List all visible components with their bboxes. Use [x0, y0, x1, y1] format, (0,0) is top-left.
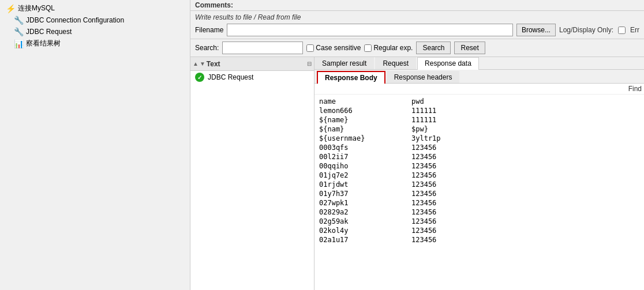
jdbc-request-icon: 🔧	[14, 27, 24, 36]
tree-header-down-arrow[interactable]: ▼	[200, 61, 205, 67]
case-sensitive-label: Case sensitive	[306, 44, 361, 52]
sidebar-item-view-result-tree[interactable]: 📊 察看结果树	[0, 37, 190, 50]
search-input[interactable]	[222, 42, 303, 54]
sidebar-item-label: 连接MySQL	[18, 3, 55, 13]
response-key: 01rjdwt	[319, 180, 377, 189]
response-value: 123456	[411, 180, 436, 189]
response-value: 123456	[411, 153, 436, 161]
table-row: 01y7h37123456	[319, 189, 639, 198]
response-key: 02829a2	[319, 208, 377, 216]
tree-item-jdbc-request[interactable]: ✓ JDBC Request	[190, 71, 314, 84]
tree-header-up-arrow[interactable]: ▲	[193, 61, 199, 67]
search-section: Search: Case sensitive Regular exp. Sear…	[190, 39, 644, 57]
regular-exp-checkbox[interactable]	[364, 44, 372, 52]
tab-request[interactable]: Request	[375, 57, 416, 69]
table-row: 02kol4y123456	[319, 226, 639, 235]
sidebar-item-connect-mysql[interactable]: ⚡ 连接MySQL	[0, 2, 190, 14]
response-value: 111111	[411, 107, 436, 115]
response-key: 0003qfs	[319, 144, 377, 152]
response-key: 00qqiho	[319, 162, 377, 170]
tab-sampler-result[interactable]: Sampler result	[314, 57, 374, 69]
response-key: ${name}	[319, 116, 377, 124]
filename-input[interactable]	[227, 24, 513, 36]
response-key: 02kol4y	[319, 227, 377, 235]
regular-exp-label: Regular exp.	[364, 44, 413, 52]
file-section-title: Write results to file / Read from file	[195, 13, 639, 21]
response-key: name	[319, 97, 377, 106]
tabs-row2: Response Body Response headers	[314, 70, 644, 84]
response-value: 123456	[411, 190, 436, 198]
tab-response-headers[interactable]: Response headers	[387, 71, 460, 83]
reset-button[interactable]: Reset	[454, 42, 485, 54]
sidebar: ⚡ 连接MySQL 🔧 JDBC Connection Configuratio…	[0, 0, 190, 290]
response-value: 123456	[411, 199, 436, 207]
response-key: 027wpk1	[319, 199, 377, 207]
response-key: 02a1u17	[319, 236, 377, 244]
response-value: 123456	[411, 162, 436, 170]
table-row: 02g59ak123456	[319, 217, 639, 226]
main-panel: Comments: Write results to file / Read f…	[190, 0, 644, 290]
comments-bar: Comments:	[190, 0, 644, 11]
table-row: ${name}111111	[319, 115, 639, 125]
response-key: 00l2ii7	[319, 153, 377, 161]
response-value: 123456	[411, 236, 436, 244]
right-panel: Sampler result Request Response data Res…	[314, 57, 644, 290]
response-value: 123456	[411, 144, 436, 152]
tab-response-data[interactable]: Response data	[417, 57, 479, 70]
response-value: 123456	[411, 208, 436, 216]
table-row: 02829a2123456	[319, 208, 639, 217]
response-key: ${usernmae}	[319, 134, 377, 142]
file-section: Write results to file / Read from file F…	[190, 11, 644, 39]
find-bar: Find	[314, 84, 644, 95]
table-row: 00qqiho123456	[319, 161, 639, 171]
sidebar-item-jdbc-connection[interactable]: 🔧 JDBC Connection Configuration	[0, 14, 190, 26]
table-row: 00l2ii7123456	[319, 152, 639, 161]
tree-item-label: JDBC Request	[208, 73, 253, 81]
log-display-checkbox[interactable]	[618, 27, 626, 34]
table-row: ${usernmae}3yltr1p	[319, 134, 639, 143]
comments-label: Comments:	[195, 1, 233, 9]
search-label: Search:	[195, 44, 219, 52]
response-key: 01jq7e2	[319, 171, 377, 179]
sidebar-item-label: JDBC Connection Configuration	[26, 16, 124, 24]
file-row: Filename Browse... Log/Display Only: Err	[195, 24, 639, 36]
log-display-label: Log/Display Only:	[559, 26, 613, 34]
tab-response-body[interactable]: Response Body	[317, 71, 385, 84]
table-row: 01jq7e2123456	[319, 171, 639, 180]
tree-resize-handle[interactable]: ⊟	[307, 61, 312, 67]
result-tree: ▲ ▼ Text ⊟ ✓ JDBC Request	[190, 57, 314, 290]
tabs-row1: Sampler result Request Response data	[314, 57, 644, 70]
tree-header: ▲ ▼ Text ⊟	[190, 57, 314, 71]
response-content: namepwdlemon666111111${name}111111${nam}…	[314, 95, 644, 290]
sidebar-item-label: 察看结果树	[26, 39, 61, 48]
case-sensitive-checkbox[interactable]	[306, 44, 314, 52]
tree-column-header: Text	[207, 60, 307, 68]
response-value: 123456	[411, 171, 436, 179]
response-key: 02g59ak	[319, 217, 377, 225]
response-value: 111111	[411, 116, 436, 124]
connect-icon: ⚡	[6, 4, 16, 13]
browse-button[interactable]: Browse...	[516, 24, 556, 36]
app-container: ⚡ 连接MySQL 🔧 JDBC Connection Configuratio…	[0, 0, 644, 290]
table-row: 027wpk1123456	[319, 198, 639, 208]
table-row: 02a1u17123456	[319, 235, 639, 244]
response-value: 123456	[411, 227, 436, 235]
table-row: ${nam}$pw}	[319, 125, 639, 134]
find-label: Find	[628, 85, 642, 93]
table-row: 01rjdwt123456	[319, 180, 639, 189]
response-value: pwd	[411, 97, 424, 106]
response-key: lemon666	[319, 107, 377, 115]
err-label: Err	[630, 26, 639, 34]
sidebar-item-jdbc-request[interactable]: 🔧 JDBC Request	[0, 26, 190, 37]
response-key: ${nam}	[319, 125, 377, 133]
response-value: 3yltr1p	[411, 134, 441, 142]
result-tree-icon: 📊	[14, 39, 24, 48]
split-view: ▲ ▼ Text ⊟ ✓ JDBC Request Sampler result…	[190, 57, 644, 290]
response-value: 123456	[411, 217, 436, 225]
table-row: namepwd	[319, 97, 639, 106]
response-key: 01y7h37	[319, 190, 377, 198]
table-row: 0003qfs123456	[319, 143, 639, 152]
filename-label: Filename	[195, 26, 223, 34]
table-row: lemon666111111	[319, 106, 639, 115]
search-button[interactable]: Search	[416, 42, 451, 54]
